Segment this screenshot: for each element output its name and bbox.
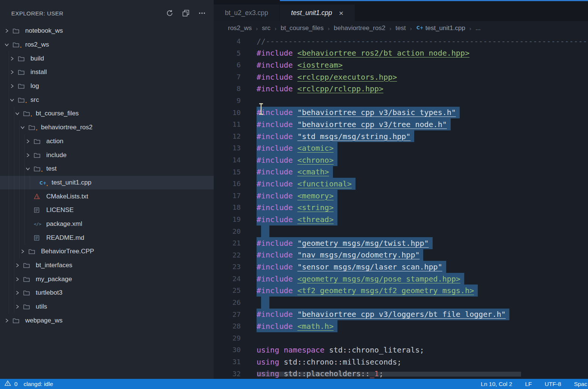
language-server-status[interactable]: clangd: idle [24,381,53,387]
tree-item-install[interactable]: install [0,65,214,79]
more-actions-icon[interactable] [198,9,206,17]
code-line-18[interactable]: 18#include <string> [214,201,588,213]
tree-item-BehaviorTree.CPP[interactable]: BehaviorTree.CPP [0,245,214,259]
explorer-title: EXPLORER: USER [11,10,166,17]
indentation[interactable]: Spac [574,381,587,387]
code-line-23[interactable]: 23#include "sensor_msgs/msg/laser_scan.h… [214,261,588,273]
chevron-down-icon[interactable] [10,98,18,102]
tree-item-log[interactable]: log [0,79,214,93]
tree-item-ros2_ws[interactable]: ros2_ws [0,38,214,52]
tree-item-behaviortree_ros2[interactable]: behaviortree_ros2 [0,121,214,135]
tree-item-label: test_unit1.cpp [52,179,91,186]
indent-guide [19,231,20,245]
chevron-right-icon[interactable] [20,249,29,254]
tab-test_unit1.cpp[interactable]: test_unit1.cpp× [280,5,355,21]
breadcrumb-item[interactable]: src [262,24,270,32]
tree-item-action[interactable]: action [0,135,214,148]
chevron-down-icon[interactable] [26,166,34,171]
chevron-right-icon[interactable] [5,318,13,323]
code-line-30[interactable]: 30using namespace std::chrono_literals; [214,344,588,356]
indent-guide [19,217,20,231]
code-line-10[interactable]: 10#include "behaviortree_cpp_v3/basic_ty… [214,107,588,119]
cursor-position[interactable]: Ln 10, Col 2 [481,381,512,387]
code-line-13[interactable]: 13#include <atomic> [214,142,588,154]
tree-item-include[interactable]: include [0,148,214,162]
code-line-14[interactable]: 14#include <chrono> [214,154,588,166]
code-line-7[interactable]: 7#include <rclcpp/executors.hpp> [214,71,588,83]
chevron-right-icon[interactable] [26,139,34,144]
encoding[interactable]: UTF-8 [545,381,561,387]
code-line-27[interactable]: 27#include "behaviortree_cpp_v3/loggers/… [214,309,588,321]
chevron-down-icon[interactable] [15,111,23,116]
tree-item-test_unit1.cpp[interactable]: C+test_unit1.cpp [0,176,214,190]
chevron-right-icon[interactable] [15,304,23,309]
code-line-9[interactable]: 9 [214,95,588,107]
chevron-right-icon[interactable] [15,263,23,268]
chevron-right-icon[interactable] [26,153,34,157]
chevron-right-icon[interactable] [10,70,18,74]
tree-item-notebook_ws[interactable]: notebook_ws [0,24,214,38]
chevron-down-icon[interactable] [5,42,13,47]
indent-guide [24,176,25,190]
code-line-28[interactable]: 28#include <math.h> [214,320,588,332]
indent-guide [14,245,14,259]
line-number: 23 [214,261,241,273]
code-line-21[interactable]: 21#include "geometry_msgs/msg/twist.hpp" [214,237,588,249]
tree-item-test[interactable]: test [0,162,214,176]
code-line-19[interactable]: 19#include <thread> [214,213,588,226]
code-line-12[interactable]: 12#include "std_msgs/msg/string.hpp" [214,130,588,142]
tree-item-label: build [30,55,44,62]
breadcrumb-file[interactable]: C+test_unit1.cpp [416,24,465,32]
folder-icon [18,97,28,103]
tree-item-webpage_ws[interactable]: webpage_ws [0,313,214,327]
refresh-icon[interactable] [166,9,174,17]
code-line-17[interactable]: 17#include <memory> [214,190,588,202]
tree-item-package.xml[interactable]: </>package.xml [0,217,214,231]
code-line-4[interactable]: 4//-------------------------------------… [214,35,588,47]
code-line-22[interactable]: 22#include "nav_msgs/msg/odometry.hpp" [214,249,588,261]
breadcrumb-item[interactable]: behaviortree_ros2 [334,24,385,32]
tree-item-README.md[interactable]: README.md [0,231,214,245]
chevron-right-icon[interactable] [15,277,23,282]
code-line-16[interactable]: 16#include <functional> [214,178,588,190]
code-editor[interactable]: 4//-------------------------------------… [214,35,588,379]
chevron-right-icon[interactable] [15,291,23,295]
tree-item-LICENSE[interactable]: LICENSE [0,203,214,217]
chevron-right-icon[interactable] [10,84,18,88]
code-line-5[interactable]: 5#include <behaviortree_ros2/bt_action_n… [214,47,588,59]
tree-item-build[interactable]: build [0,51,214,65]
collapse-folders-icon[interactable] [182,9,190,17]
code-line-text: #include "nav_msgs/msg/odometry.hpp" [257,249,423,261]
tab-bt_u2_ex3.cpp[interactable]: bt_u2_ex3.cpp [214,5,280,21]
code-line-29[interactable]: 29 [214,332,588,344]
tree-item-turtlebot3[interactable]: turtlebot3 [0,286,214,300]
breadcrumb-item[interactable]: ros2_ws [228,24,252,32]
line-number: 4 [214,35,241,47]
horizontal-scrollbar[interactable] [257,372,521,377]
code-line-25[interactable]: 25#include <tf2_geometry_msgs/tf2_geomet… [214,285,588,297]
chevron-right-icon[interactable] [5,29,13,33]
tree-item-bt_interfaces[interactable]: bt_interfaces [0,259,214,272]
code-line-26[interactable]: 26 [214,297,588,309]
problems-indicator[interactable]: 0 [5,380,18,387]
tree-item-utils[interactable]: utils [0,300,214,314]
code-line-31[interactable]: 31using std::chrono::milliseconds; [214,356,588,368]
code-line-24[interactable]: 24#include <geometry_msgs/msg/pose_stamp… [214,273,588,285]
code-line-15[interactable]: 15#include <cmath> [214,166,588,178]
chevron-down-icon[interactable] [20,125,29,130]
breadcrumb-more[interactable]: ... [476,24,481,32]
tree-item-my_package[interactable]: my_package [0,272,214,286]
code-line-8[interactable]: 8#include <rclcpp/rclcpp.hpp> [214,83,588,95]
chevron-right-icon[interactable] [10,56,18,61]
code-line-20[interactable]: 20 [214,226,588,238]
code-line-11[interactable]: 11#include "behaviortree_cpp_v3/tree_nod… [214,118,588,130]
breadcrumb-item[interactable]: test [395,24,406,32]
tree-item-bt_course_files[interactable]: bt_course_files [0,107,214,121]
eol-sequence[interactable]: LF [525,381,532,387]
tree-item-CMakeLists.txt[interactable]: CMakeLists.txt [0,189,214,203]
close-icon[interactable]: × [339,9,343,17]
breadcrumb-item[interactable]: bt_course_files [281,24,324,32]
tree-item-src[interactable]: src [0,93,214,107]
code-line-6[interactable]: 6#include <iostream> [214,59,588,71]
line-number: 17 [214,190,241,202]
